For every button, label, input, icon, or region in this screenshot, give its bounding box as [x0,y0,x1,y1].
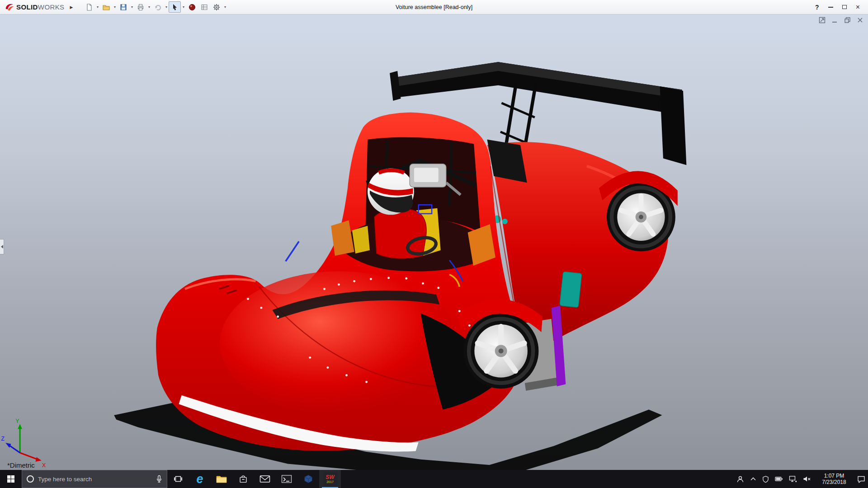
store-icon [238,474,248,484]
viewport-canvas[interactable]: Y X Z [0,14,868,470]
store-app-button[interactable] [232,470,254,488]
collapse-arrow-icon [1,245,3,249]
undo-caret[interactable]: ▾ [164,5,169,9]
select-tool-button[interactable] [169,1,181,13]
restore-icon[interactable] [844,17,851,23]
search-input[interactable] [38,476,152,483]
task-view-button[interactable] [167,470,189,488]
appearance-sphere-icon [188,3,196,11]
start-button[interactable] [0,470,22,488]
toolbar-flyout-arrow-icon[interactable]: ▶ [70,5,73,9]
options-button[interactable] [210,1,222,13]
solidworks-logo: SOLIDWORKS [5,2,65,12]
select-arrow-icon [171,3,179,11]
dock-icon[interactable] [819,17,826,23]
options-gear-icon [212,3,221,11]
solidworks-app-button[interactable]: SW 2017 [319,470,341,488]
taskbar-search[interactable] [22,470,167,488]
triad-x-label: X [42,462,46,469]
save-caret[interactable]: ▾ [129,5,134,9]
view-orientation-label: *Dimetric [7,461,35,469]
document-window-controls [819,17,863,23]
solidworks-window: SOLIDWORKS ▶ ▾ ▾ [0,0,868,488]
cad-cube-icon [303,474,313,484]
system-tray: 1:07 PM 7/23/2018 [736,470,868,488]
taskbar-clock[interactable]: 1:07 PM 7/23/2018 [817,473,851,486]
file-explorer-icon [216,474,227,483]
open-document-button[interactable] [100,1,112,13]
print-caret[interactable]: ▾ [146,5,151,9]
cortana-icon [27,475,34,483]
triad-z-label: Z [1,436,5,442]
terminal-app-button[interactable] [276,470,297,488]
action-center-icon[interactable] [857,475,865,483]
file-explorer-button[interactable] [211,470,232,488]
clock-time: 1:07 PM [817,473,851,479]
cad-cube-app-button[interactable] [297,470,319,488]
close-button[interactable]: × [856,5,860,9]
shield-icon[interactable] [762,475,769,483]
save-button[interactable] [117,1,129,13]
brand-solid: SOLID [16,3,38,11]
new-document-caret[interactable]: ▾ [95,5,100,9]
print-button[interactable] [134,1,146,13]
undo-icon [154,3,162,11]
task-view-icon [174,474,183,483]
feature-panel-collapse-tab[interactable] [0,239,4,254]
main-toolbar: ▾ ▾ ▾ ▾ [83,1,227,13]
mail-icon [259,474,270,483]
minimize-icon[interactable] [831,17,838,23]
brand-text: SOLIDWORKS [16,3,65,11]
side-window-teal [560,272,582,308]
people-icon[interactable] [736,475,744,483]
new-document-icon [85,3,93,11]
window-title: Voiture assemblee [Read-only] [396,4,472,10]
undo-button[interactable] [151,1,164,13]
open-document-caret[interactable]: ▾ [112,5,117,9]
maximize-button[interactable] [842,5,847,9]
close-icon[interactable] [857,17,863,23]
design-table-icon [200,3,208,11]
sw-badge-text: SW [326,474,334,480]
mail-app-button[interactable] [254,470,276,488]
new-document-button[interactable] [83,1,95,13]
solidworks-2017-icon: SW 2017 [323,472,337,486]
options-caret[interactable]: ▾ [222,5,227,9]
sw-badge-year: 2017 [326,480,334,483]
terminal-icon [281,474,292,483]
clock-date: 7/23/2018 [817,479,851,485]
battery-icon[interactable] [775,476,783,482]
brand-works: WORKS [38,3,65,11]
edge-app-button[interactable]: e [189,470,211,488]
help-button[interactable]: ? [815,4,819,11]
chevron-up-icon[interactable] [750,476,756,482]
title-bar: SOLIDWORKS ▶ ▾ ▾ [0,0,868,14]
edge-icon: e [196,473,203,485]
open-document-icon [102,3,110,11]
network-icon[interactable] [789,475,797,483]
graphics-viewport[interactable]: Y X Z *Dimetric [0,14,868,470]
minimize-button[interactable] [828,7,833,8]
triad-y-label: Y [15,418,19,424]
design-table-button[interactable] [198,1,210,13]
select-tool-caret[interactable]: ▾ [181,5,186,9]
microphone-icon[interactable] [156,475,162,483]
print-icon [137,3,145,11]
save-icon [119,3,127,11]
windows-logo-icon [7,475,15,483]
ds-logo-icon [5,2,14,12]
appearance-button[interactable] [186,1,198,13]
window-controls: ? × [815,4,863,11]
volume-muted-icon[interactable] [803,475,811,483]
windows-taskbar: e [0,470,868,488]
